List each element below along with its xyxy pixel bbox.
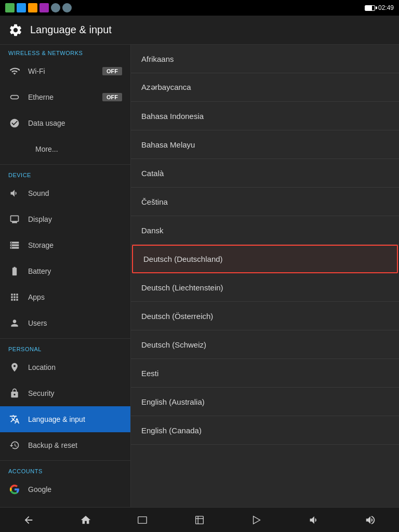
sound-icon (8, 187, 21, 200)
battery-fill (365, 6, 373, 10)
section-wireless: WIRELESS & NETWORKS (0, 45, 130, 58)
language-item-bahasa-indonesia[interactable]: Bahasa Indonesia (131, 102, 399, 130)
app-icon-1 (5, 3, 15, 12)
nav-bar (0, 507, 399, 532)
sidebar-item-battery[interactable]: Battery (0, 258, 130, 284)
apps-label: Apps (28, 293, 45, 301)
screenshot-button[interactable] (187, 508, 212, 533)
battery-icon (8, 265, 21, 277)
app-icon-4 (39, 3, 49, 12)
sidebar-item-users[interactable]: Users (0, 310, 130, 336)
apps-icon (8, 291, 21, 303)
language-item-eesti[interactable]: Eesti (131, 359, 399, 388)
home-button[interactable] (73, 508, 98, 533)
battery-indicator (365, 5, 375, 11)
section-device: DEVICE (0, 167, 130, 180)
more-icon (8, 143, 21, 155)
storage-icon (8, 239, 21, 251)
clock: 02:49 (378, 4, 394, 11)
security-label: Security (28, 389, 55, 397)
volume-down-button[interactable] (301, 508, 326, 533)
sidebar-item-google[interactable]: Google (0, 476, 130, 502)
divider-3 (0, 460, 130, 461)
google-label: Google (28, 485, 51, 494)
sidebar-item-storage[interactable]: Storage (0, 232, 130, 258)
sidebar-item-apps[interactable]: Apps (0, 284, 130, 310)
divider-2 (0, 338, 130, 339)
language-item-catala[interactable]: Català (131, 159, 399, 188)
language-item-deutsch-deutschland[interactable]: Deutsch (Deutschland) (132, 245, 398, 273)
app-icon-5 (51, 3, 60, 12)
header: Language & input (0, 16, 399, 45)
users-label: Users (28, 319, 47, 327)
wifi-toggle[interactable]: OFF (102, 67, 122, 75)
data-usage-icon (8, 117, 21, 129)
main-content: WIRELESS & NETWORKS Wi-Fi OFF Etherne OF… (0, 45, 399, 507)
location-icon (8, 361, 21, 374)
language-label: Language & input (28, 415, 85, 423)
settings-gear-icon (8, 23, 23, 37)
notification-icons (5, 3, 72, 12)
battery-label: Battery (28, 267, 51, 275)
backup-label: Backup & reset (28, 441, 77, 449)
sidebar-item-add-account[interactable]: Add account (0, 502, 130, 507)
recents-button[interactable] (130, 508, 155, 533)
ethernet-label: Etherne (28, 93, 54, 101)
sidebar-item-ethernet[interactable]: Etherne OFF (0, 84, 130, 110)
ethernet-icon (8, 91, 21, 103)
camera-button[interactable] (244, 508, 269, 533)
users-icon (8, 317, 21, 329)
volume-up-button[interactable] (358, 508, 383, 533)
svg-rect-0 (138, 516, 147, 523)
header-title: Language & input (30, 24, 112, 36)
back-button[interactable] (16, 508, 41, 533)
sidebar: WIRELESS & NETWORKS Wi-Fi OFF Etherne OF… (0, 45, 131, 507)
language-list: Afrikaans Azərbaycanca Bahasa Indonesia … (131, 45, 399, 507)
wifi-icon (8, 65, 21, 77)
sidebar-item-location[interactable]: Location (0, 354, 130, 380)
sidebar-item-security[interactable]: Security (0, 380, 130, 406)
sidebar-item-sound[interactable]: Sound (0, 180, 130, 206)
language-item-cestina[interactable]: Čeština (131, 188, 399, 216)
display-icon (8, 213, 21, 225)
app-icon-3 (28, 3, 37, 12)
language-item-deutsch-schweiz[interactable]: Deutsch (Schweiz) (131, 330, 399, 359)
ethernet-toggle[interactable]: OFF (102, 93, 122, 101)
app-icon-2 (17, 3, 26, 12)
sidebar-item-backup[interactable]: Backup & reset (0, 432, 130, 458)
app-icon-6 (62, 3, 72, 12)
more-label: More... (35, 145, 58, 153)
language-item-english-canada[interactable]: English (Canada) (131, 416, 399, 445)
section-accounts: ACCOUNTS (0, 463, 130, 476)
divider-1 (0, 164, 130, 165)
display-label: Display (28, 215, 52, 223)
svg-rect-1 (196, 516, 204, 524)
language-item-deutsch-osterreich[interactable]: Deutsch (Österreich) (131, 302, 399, 330)
sidebar-item-data-usage[interactable]: Data usage (0, 110, 130, 136)
location-label: Location (28, 363, 56, 371)
sidebar-item-language[interactable]: Language & input (0, 406, 130, 432)
data-usage-label: Data usage (28, 119, 65, 127)
language-item-azerbaijani[interactable]: Azərbaycanca (131, 73, 399, 102)
language-item-deutsch-liechtenstein[interactable]: Deutsch (Liechtenstein) (131, 273, 399, 302)
sidebar-item-more[interactable]: More... (0, 136, 130, 162)
security-icon (8, 387, 21, 400)
sound-label: Sound (28, 189, 49, 197)
language-item-afrikaans[interactable]: Afrikaans (131, 45, 399, 73)
sidebar-item-wifi[interactable]: Wi-Fi OFF (0, 58, 130, 84)
google-icon (8, 483, 21, 496)
svg-marker-4 (253, 516, 260, 524)
wifi-label: Wi-Fi (28, 67, 45, 75)
language-icon (8, 413, 21, 425)
status-right: 02:49 (365, 4, 394, 11)
sidebar-item-display[interactable]: Display (0, 206, 130, 232)
section-personal: PERSONAL (0, 341, 130, 354)
storage-label: Storage (28, 241, 54, 249)
status-bar: 02:49 (0, 0, 399, 16)
language-item-dansk[interactable]: Dansk (131, 216, 399, 245)
backup-icon (8, 439, 21, 451)
language-item-bahasa-melayu[interactable]: Bahasa Melayu (131, 130, 399, 159)
language-item-english-australia[interactable]: English (Australia) (131, 388, 399, 416)
